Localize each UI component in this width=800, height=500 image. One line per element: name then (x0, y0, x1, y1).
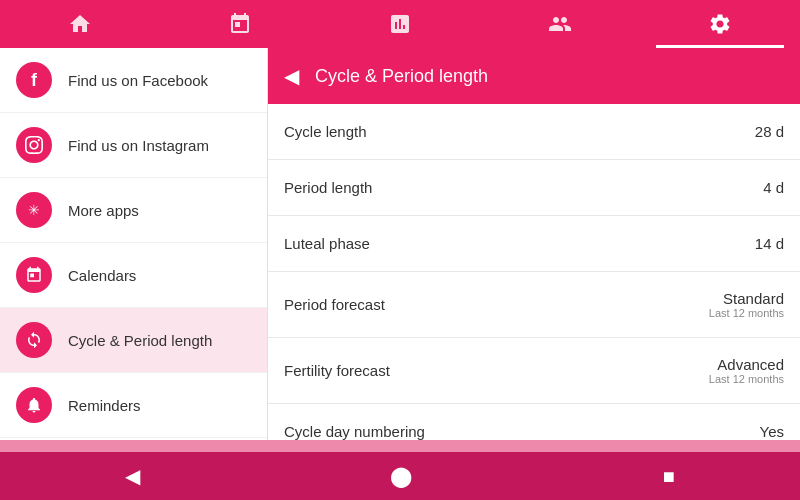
row-value-cycle-length: 28 d (755, 123, 784, 140)
row-cycle-day-numbering[interactable]: Cycle day numbering Yes (268, 404, 800, 440)
bottom-recent-button[interactable]: ■ (639, 457, 699, 496)
footer-strip (0, 440, 800, 452)
sidebar-label-instagram: Find us on Instagram (68, 137, 209, 154)
row-label-fertility-forecast: Fertility forecast (284, 362, 390, 379)
row-value-period-forecast: Standard Last 12 months (709, 290, 784, 319)
sidebar-item-cycle-period[interactable]: Cycle & Period length (0, 308, 267, 373)
row-label-period-forecast: Period forecast (284, 296, 385, 313)
nav-home[interactable] (0, 0, 160, 48)
row-value-fertility-forecast: Advanced Last 12 months (709, 356, 784, 385)
sidebar: f Find us on Facebook Find us on Instagr… (0, 48, 268, 440)
reminders-icon (16, 387, 52, 423)
back-button[interactable]: ◀ (284, 64, 299, 88)
sidebar-item-facebook[interactable]: f Find us on Facebook (0, 48, 267, 113)
detail-header: ◀ Cycle & Period length (268, 48, 800, 104)
row-label-cycle-length: Cycle length (284, 123, 367, 140)
cycle-period-icon (16, 322, 52, 358)
sidebar-item-calendars[interactable]: Calendars (0, 243, 267, 308)
sidebar-label-calendars: Calendars (68, 267, 136, 284)
sidebar-item-instagram[interactable]: Find us on Instagram (0, 113, 267, 178)
detail-rows: Cycle length 28 d Period length 4 d Lute… (268, 104, 800, 440)
more-apps-icon: ✳ (16, 192, 52, 228)
sidebar-label-facebook: Find us on Facebook (68, 72, 208, 89)
facebook-icon: f (16, 62, 52, 98)
row-period-length[interactable]: Period length 4 d (268, 160, 800, 216)
row-label-luteal-phase: Luteal phase (284, 235, 370, 252)
detail-panel: ◀ Cycle & Period length Cycle length 28 … (268, 48, 800, 440)
row-period-forecast[interactable]: Period forecast Standard Last 12 months (268, 272, 800, 338)
sidebar-label-more-apps: More apps (68, 202, 139, 219)
bottom-back-button[interactable]: ◀ (101, 456, 164, 496)
row-label-cycle-day-numbering: Cycle day numbering (284, 423, 425, 440)
row-luteal-phase[interactable]: Luteal phase 14 d (268, 216, 800, 272)
nav-settings[interactable] (640, 0, 800, 48)
row-value-cycle-day-numbering: Yes (760, 423, 784, 440)
detail-title: Cycle & Period length (315, 66, 488, 87)
instagram-icon (16, 127, 52, 163)
row-value-period-length: 4 d (763, 179, 784, 196)
calendars-icon (16, 257, 52, 293)
sidebar-label-reminders: Reminders (68, 397, 141, 414)
bottom-home-button[interactable]: ⬤ (366, 456, 436, 496)
nav-chart[interactable] (320, 0, 480, 48)
nav-calendar[interactable] (160, 0, 320, 48)
nav-community[interactable] (480, 0, 640, 48)
sidebar-label-cycle-period: Cycle & Period length (68, 332, 212, 349)
bottom-bar: ◀ ⬤ ■ (0, 452, 800, 500)
row-value-luteal-phase: 14 d (755, 235, 784, 252)
sidebar-item-more-apps[interactable]: ✳ More apps (0, 178, 267, 243)
row-cycle-length[interactable]: Cycle length 28 d (268, 104, 800, 160)
top-nav (0, 0, 800, 48)
main-content: f Find us on Facebook Find us on Instagr… (0, 48, 800, 440)
row-label-period-length: Period length (284, 179, 372, 196)
sidebar-item-reminders[interactable]: Reminders (0, 373, 267, 438)
row-fertility-forecast[interactable]: Fertility forecast Advanced Last 12 mont… (268, 338, 800, 404)
